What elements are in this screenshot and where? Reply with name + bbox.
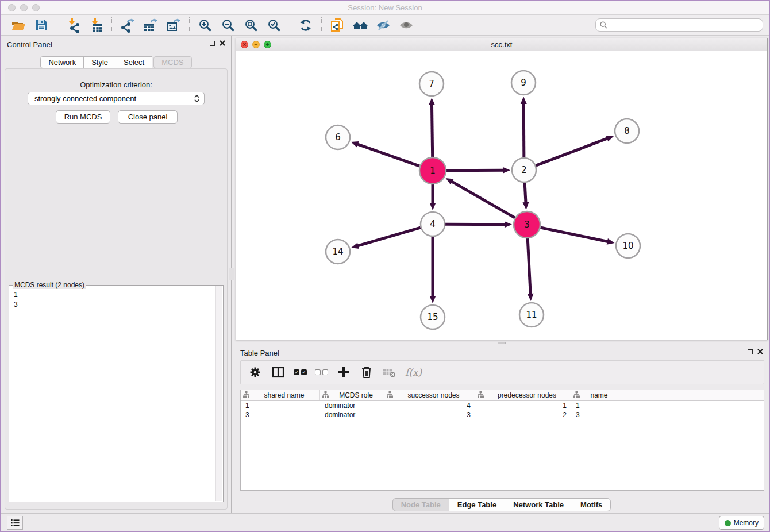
toolbar-separator bbox=[57, 17, 57, 33]
show-all-button[interactable] bbox=[395, 17, 418, 34]
toolbar-separator bbox=[111, 17, 112, 33]
graph-arrowhead bbox=[505, 221, 512, 228]
table-cell[interactable]: dominator bbox=[320, 410, 384, 419]
status-bar: Memory bbox=[1, 513, 769, 531]
table-cell[interactable]: 4 bbox=[384, 401, 475, 410]
table-row[interactable]: 1dominator411 bbox=[241, 401, 764, 410]
export-image-icon bbox=[166, 18, 181, 33]
search-box[interactable] bbox=[595, 18, 763, 32]
graph-edge-4-14[interactable] bbox=[357, 228, 421, 246]
save-session-button[interactable] bbox=[30, 17, 53, 34]
criterion-select[interactable]: strongly connected component bbox=[28, 92, 205, 105]
zoom-selected-button[interactable] bbox=[263, 17, 286, 34]
zoom-out-button[interactable] bbox=[217, 17, 240, 34]
network-canvas[interactable]: 7968124314101511 bbox=[236, 51, 767, 340]
export-network-button[interactable] bbox=[116, 17, 139, 34]
tab-network-table[interactable]: Network Table bbox=[505, 498, 572, 511]
tab-mcds[interactable]: MCDS bbox=[153, 56, 191, 68]
network-window-titlebar[interactable]: × − + scc.txt bbox=[236, 38, 767, 51]
graph-edge-1-6[interactable] bbox=[357, 144, 419, 166]
run-mcds-button[interactable]: Run MCDS bbox=[56, 110, 110, 124]
gear-button[interactable] bbox=[248, 365, 263, 380]
column-header-shared-name[interactable]: shared name bbox=[241, 390, 320, 400]
save-session-icon bbox=[34, 18, 48, 32]
function-builder-button[interactable]: f(x) bbox=[405, 367, 422, 378]
network-minimize-button[interactable]: − bbox=[252, 41, 260, 48]
graph-edge-1-2[interactable] bbox=[446, 170, 504, 171]
network-close-button[interactable]: × bbox=[241, 41, 248, 48]
splitter-handle[interactable] bbox=[229, 268, 234, 280]
close-panel-button[interactable]: Close panel bbox=[118, 110, 178, 124]
zoom-window-button[interactable] bbox=[32, 4, 40, 11]
refresh-layout-button[interactable] bbox=[294, 17, 317, 34]
tab-node-table[interactable]: Node Table bbox=[392, 498, 449, 511]
deselect-all-button[interactable] bbox=[315, 369, 328, 375]
graph-edge-1-7[interactable] bbox=[432, 104, 432, 157]
select-all-button[interactable]: ✓ ✓ bbox=[294, 369, 307, 375]
close-panel-icon[interactable] bbox=[757, 349, 763, 354]
column-header-successor-nodes[interactable]: successor nodes bbox=[384, 390, 475, 400]
graph-node-label: 3 bbox=[524, 219, 530, 230]
memory-status-icon bbox=[725, 520, 731, 526]
tab-style[interactable]: Style bbox=[83, 56, 116, 68]
column-header-label: shared name bbox=[251, 391, 317, 399]
import-table-button[interactable] bbox=[84, 17, 107, 34]
tab-select[interactable]: Select bbox=[116, 56, 152, 68]
application-window: Session: New Session bbox=[1, 1, 769, 531]
graph-edge-3-1[interactable] bbox=[451, 181, 515, 218]
column-view-button[interactable] bbox=[271, 365, 286, 380]
add-row-button[interactable] bbox=[336, 365, 351, 380]
table-cell[interactable]: 3 bbox=[571, 410, 619, 419]
table-cell[interactable]: 3 bbox=[241, 410, 320, 419]
column-header-name[interactable]: name bbox=[571, 390, 619, 400]
delete-row-button[interactable] bbox=[359, 365, 374, 380]
memory-button[interactable]: Memory bbox=[719, 516, 764, 530]
column-header-predecessor-nodes[interactable]: predecessor nodes bbox=[475, 390, 571, 400]
table-panel-header: Table Panel bbox=[234, 344, 769, 361]
minimize-window-button[interactable] bbox=[20, 4, 28, 11]
task-history-button[interactable] bbox=[7, 516, 23, 530]
hide-selected-button[interactable] bbox=[372, 17, 395, 34]
table-cell[interactable]: 1 bbox=[475, 401, 571, 410]
graph-edge-3-10[interactable] bbox=[540, 228, 608, 242]
table-cell[interactable]: 1 bbox=[571, 401, 619, 410]
export-table-button[interactable] bbox=[139, 17, 162, 34]
zoom-fit-button[interactable] bbox=[240, 17, 263, 34]
export-image-button[interactable] bbox=[162, 17, 185, 34]
column-type-icon bbox=[573, 391, 580, 399]
graph-edge-2-3[interactable] bbox=[525, 183, 526, 203]
graph-edge-2-8[interactable] bbox=[536, 138, 609, 165]
search-input[interactable] bbox=[610, 21, 759, 29]
clone-network-button[interactable] bbox=[326, 17, 349, 34]
tab-network[interactable]: Network bbox=[40, 56, 84, 68]
home-button[interactable] bbox=[349, 17, 372, 34]
network-maximize-button[interactable]: + bbox=[264, 41, 271, 48]
close-window-button[interactable] bbox=[8, 4, 16, 11]
table-toolbar: ✓ ✓ bbox=[240, 360, 764, 384]
graph-edge-3-11[interactable] bbox=[528, 238, 530, 295]
chevron-up-down-icon bbox=[194, 94, 199, 103]
table-cell[interactable]: 2 bbox=[475, 410, 571, 419]
table-cell[interactable]: 1 bbox=[241, 401, 320, 410]
result-scrollbar[interactable] bbox=[215, 286, 222, 501]
graph-node-label: 14 bbox=[332, 246, 343, 257]
graph-edge-2-9[interactable] bbox=[523, 103, 524, 157]
main-toolbar bbox=[1, 15, 769, 36]
column-header-label: name bbox=[582, 391, 617, 399]
open-session-button[interactable] bbox=[7, 17, 30, 34]
column-header-MCDS-role[interactable]: MCDS role bbox=[320, 390, 384, 400]
graph-arrowhead bbox=[607, 238, 615, 245]
table-cell[interactable]: dominator bbox=[320, 401, 384, 410]
zoom-in-button[interactable] bbox=[194, 17, 217, 34]
table-cell[interactable]: 3 bbox=[384, 410, 475, 419]
graph-edge-4-3[interactable] bbox=[445, 224, 506, 225]
float-panel-icon[interactable] bbox=[748, 349, 753, 354]
import-network-button[interactable] bbox=[61, 17, 84, 34]
float-panel-icon[interactable] bbox=[210, 41, 215, 46]
delete-table-button[interactable] bbox=[382, 365, 397, 380]
table-row[interactable]: 3dominator323 bbox=[241, 410, 764, 419]
tab-motifs[interactable]: Motifs bbox=[572, 498, 611, 511]
tab-edge-table[interactable]: Edge Table bbox=[449, 498, 505, 511]
zoom-fit-icon bbox=[244, 18, 258, 32]
close-panel-icon[interactable] bbox=[220, 40, 225, 46]
